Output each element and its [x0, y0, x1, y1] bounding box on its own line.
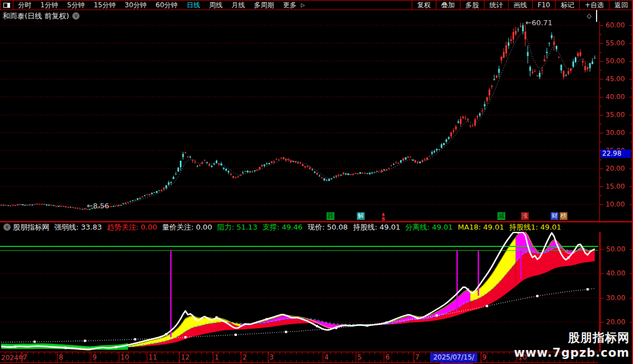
split-view-button[interactable] [596, 11, 597, 21]
period-tab-group: 分时1分钟5分钟15分钟30分钟60分钟日线周线月线多周期更多▷ [13, 1, 305, 10]
x-axis-month-label: 7 [415, 353, 420, 361]
watermark-url: www.7gpzb.com [514, 346, 630, 361]
period-toolbar: 分时1分钟5分钟15分钟30分钟60分钟日线周线月线多周期更多▷ 复权叠加多股统… [0, 0, 633, 10]
tool-button-标记[interactable]: 标记 [555, 1, 579, 10]
indicator-field: 持股线: 49.01 [353, 223, 401, 231]
tool-button-画线[interactable]: 画线 [508, 1, 532, 10]
month-boundary [119, 352, 119, 362]
x-axis-month-label: 4 [324, 353, 329, 361]
indicator-svg [0, 232, 599, 352]
price-annotation: ←8.56 [87, 202, 109, 210]
chevron-down-icon[interactable]: ∨ [72, 12, 80, 20]
tool-button-F10[interactable]: F10 [532, 1, 555, 10]
month-boundary [91, 352, 91, 362]
x-axis-month-label: 9 [482, 353, 487, 361]
tool-button-+自选[interactable]: +自选 [579, 1, 609, 10]
indicator-axis-label: 30.00 [606, 294, 625, 302]
watermark-name: 股朋指标网 [514, 330, 630, 346]
period-tab-分时[interactable]: 分时 [13, 1, 36, 10]
period-tab-15分钟[interactable]: 15分钟 [89, 1, 120, 10]
event-badge-财[interactable]: 财 [551, 212, 558, 220]
month-boundary [21, 352, 22, 362]
period-tab-30分钟[interactable]: 30分钟 [120, 1, 151, 10]
period-tab-多周期[interactable]: 多周期 [249, 1, 278, 10]
indicator-field: 强弱线: 33.83 [54, 223, 102, 231]
tool-button-统计[interactable]: 统计 [484, 1, 508, 10]
period-tab-日线[interactable]: 日线 [182, 1, 204, 10]
more-arrow-icon: ▷ [301, 2, 305, 8]
indicator-axis-label: 20.00 [606, 318, 625, 326]
x-axis-month-label: 8 [59, 353, 63, 361]
tool-button-group: 复权叠加多股统计画线F10标记+自选返回 [412, 1, 633, 10]
y-axis-label: 10.00 [606, 200, 625, 208]
event-badge-榜[interactable]: 榜 [560, 212, 567, 220]
x-axis-month-label: 1 [215, 353, 219, 361]
indicator-field: 趋势关注: 0.00 [107, 223, 157, 231]
split-square-icon [596, 10, 597, 22]
collapse-indicator-icon[interactable]: ∨ [3, 223, 11, 231]
event-badge-涨[interactable]: 涨 [521, 212, 529, 220]
period-tab-周线[interactable]: 周线 [204, 1, 227, 10]
indicator-field: 持股线1: 49.01 [509, 223, 561, 231]
tool-button-多股[interactable]: 多股 [460, 1, 484, 10]
window-split-button[interactable] [0, 1, 13, 10]
month-boundary [481, 352, 481, 362]
y-axis-label: 20.00 [606, 165, 625, 172]
indicator-axis-label: 50.00 [606, 245, 625, 253]
month-boundary [147, 352, 147, 362]
month-boundary [57, 352, 58, 362]
y-axis-label: 35.00 [606, 111, 625, 119]
axis-minor-ticks [0, 352, 598, 354]
month-boundary [179, 352, 180, 362]
month-boundary [268, 352, 268, 362]
indicator-axis-label: 40.00 [606, 269, 625, 277]
x-axis-month-label: 9 [92, 353, 97, 361]
tool-button-叠加[interactable]: 叠加 [436, 1, 460, 10]
indicator-field: 现价: 50.08 [308, 223, 348, 231]
month-boundary [323, 352, 323, 362]
event-badge-跌[interactable]: 跌 [327, 212, 334, 220]
indicator-panel-chart[interactable] [0, 232, 599, 352]
y-axis-label: 55.00 [606, 39, 625, 47]
period-tab-更多[interactable]: 更多 [278, 1, 301, 10]
title-right-icons: ◇ [587, 11, 597, 21]
tool-button-返回[interactable]: 返回 [609, 1, 633, 10]
month-boundary [241, 352, 241, 362]
axis-minor-ticks [0, 360, 598, 362]
period-tab-1分钟[interactable]: 1分钟 [36, 1, 63, 10]
period-tab-5分钟[interactable]: 5分钟 [63, 1, 90, 10]
trading-app-window: 分时1分钟5分钟15分钟30分钟60分钟日线周线月线多周期更多▷ 复权叠加多股统… [0, 0, 633, 364]
y-axis-label: 15.00 [606, 183, 625, 190]
x-axis-month-label: 7 [23, 353, 27, 361]
indicator-field: 阻力: 51.13 [217, 223, 258, 231]
indicator-header: ∨ 股朋指标网 强弱线: 33.83趋势关注: 0.00量价关注: 0.00阻力… [0, 222, 598, 232]
stock-title: 和而泰(日线 前复权) [3, 11, 69, 21]
period-tab-60分钟[interactable]: 60分钟 [151, 1, 182, 10]
y-axis-label: 40.00 [606, 93, 625, 101]
indicator-field: MA18: 49.01 [458, 223, 504, 231]
selected-date-tag: 2025/07/15/二 [430, 353, 477, 362]
y-axis-label: 30.00 [606, 129, 625, 137]
y-axis-label: 45.00 [606, 75, 625, 83]
split-square-icon [3, 3, 10, 8]
x-axis-month-label: 3 [269, 353, 274, 361]
y-axis-label: 50.00 [606, 57, 625, 65]
diamond-icon[interactable]: ◇ [587, 12, 592, 20]
month-boundary [384, 352, 384, 362]
main-candlestick-chart[interactable] [0, 21, 599, 221]
month-boundary [213, 352, 213, 362]
x-axis-month-label: 12 [181, 353, 189, 361]
tool-button-复权[interactable]: 复权 [412, 1, 436, 10]
indicator-field: 支撑: 49.46 [262, 223, 302, 231]
event-badge-减[interactable]: 减 [497, 212, 505, 220]
candlestick-svg [0, 21, 599, 221]
y-axis-label: 60.00 [606, 21, 625, 29]
period-tab-月线[interactable]: 月线 [227, 1, 249, 10]
indicator-source-label: 股朋指标网 [13, 222, 49, 232]
x-axis-month-label: 6 [385, 353, 390, 361]
x-axis-month-label: 10 [120, 353, 129, 361]
indicator-values: 强弱线: 33.83趋势关注: 0.00量价关注: 0.00阻力: 51.13支… [49, 222, 561, 232]
event-badge-解[interactable]: 解 [357, 212, 365, 220]
month-boundary [356, 352, 356, 362]
time-axis[interactable]: 2024年78910111212345679102025/07/15/二 [0, 352, 598, 363]
